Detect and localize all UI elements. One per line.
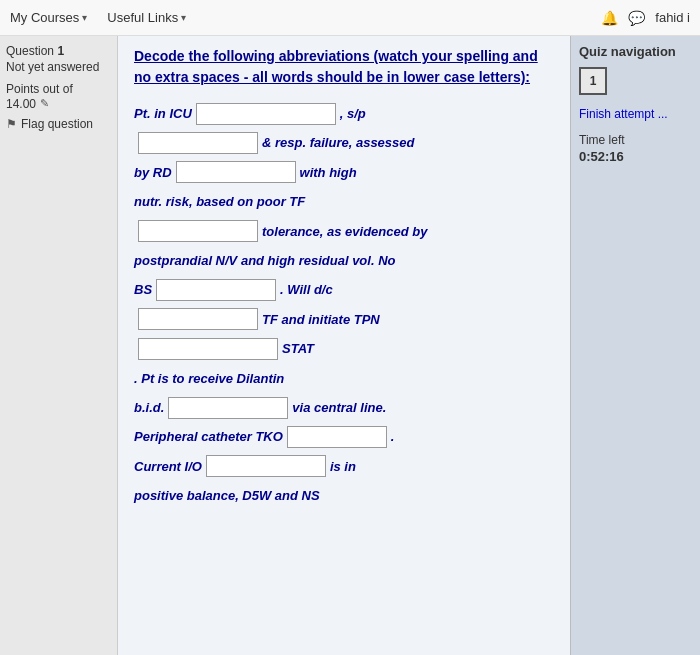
text-4: nutr. risk, based on poor TF bbox=[134, 190, 305, 213]
fill-line-4: nutr. risk, based on poor TF bbox=[134, 190, 554, 213]
input-3[interactable] bbox=[176, 161, 296, 183]
main-layout: Question 1 Not yet answered Points out o… bbox=[0, 36, 700, 655]
text-before-11: b.i.d. bbox=[134, 396, 164, 419]
text-after-12: . bbox=[391, 425, 395, 448]
text-after-2: & resp. failure, assessed bbox=[262, 131, 414, 154]
user-name: fahid i bbox=[655, 10, 690, 25]
fill-line-6: postprandial N/V and high residual vol. … bbox=[134, 249, 554, 272]
text-after-1: , s/p bbox=[340, 102, 366, 125]
text-10: . Pt is to receive Dilantin bbox=[134, 367, 284, 390]
right-panel: Quiz navigation 1 Finish attempt ... Tim… bbox=[570, 36, 700, 655]
fill-line-5: tolerance, as evidenced by bbox=[134, 220, 554, 243]
flag-icon: ⚑ bbox=[6, 117, 17, 131]
text-before-13: Current I/O bbox=[134, 455, 202, 478]
input-5[interactable] bbox=[138, 220, 258, 242]
fill-line-12: Peripheral catheter TKO . bbox=[134, 425, 554, 448]
text-after-9: STAT bbox=[282, 337, 314, 360]
fill-line-10: . Pt is to receive Dilantin bbox=[134, 367, 554, 390]
quiz-nav-box-1[interactable]: 1 bbox=[579, 67, 607, 95]
fill-line-2: & resp. failure, assessed bbox=[134, 131, 554, 154]
text-6: postprandial N/V and high residual vol. … bbox=[134, 249, 395, 272]
my-courses-label: My Courses bbox=[10, 10, 79, 25]
input-1[interactable] bbox=[196, 103, 336, 125]
my-courses-chevron: ▾ bbox=[82, 12, 87, 23]
sidebar: Question 1 Not yet answered Points out o… bbox=[0, 36, 118, 655]
useful-links-label: Useful Links bbox=[107, 10, 178, 25]
text-before-7: BS bbox=[134, 278, 152, 301]
text-after-7: . Will d/c bbox=[280, 278, 333, 301]
navbar-left: My Courses ▾ Useful Links ▾ bbox=[10, 10, 186, 25]
fill-line-3: by RD with high bbox=[134, 161, 554, 184]
finish-attempt-link[interactable]: Finish attempt ... bbox=[579, 107, 692, 121]
fill-line-9: STAT bbox=[134, 337, 554, 360]
input-2[interactable] bbox=[138, 132, 258, 154]
text-after-3: with high bbox=[300, 161, 357, 184]
useful-links-chevron: ▾ bbox=[181, 12, 186, 23]
bell-icon: 🔔 bbox=[601, 10, 618, 26]
useful-links-nav[interactable]: Useful Links ▾ bbox=[107, 10, 186, 25]
content-area: Decode the following abbreviations (watc… bbox=[118, 36, 570, 655]
question-number: 1 bbox=[57, 44, 64, 58]
question-label: Question 1 bbox=[6, 44, 111, 58]
text-14: positive balance, D5W and NS bbox=[134, 484, 320, 507]
input-9[interactable] bbox=[138, 338, 278, 360]
text-after-11: via central line. bbox=[292, 396, 386, 419]
time-left-value: 0:52:16 bbox=[579, 149, 692, 164]
text-before-3: by RD bbox=[134, 161, 172, 184]
text-after-8: TF and initiate TPN bbox=[262, 308, 380, 331]
fill-line-13: Current I/O is in bbox=[134, 455, 554, 478]
edit-icon: ✎ bbox=[40, 97, 49, 110]
input-12[interactable] bbox=[287, 426, 387, 448]
question-instruction: Decode the following abbreviations (watc… bbox=[134, 46, 554, 88]
navbar: My Courses ▾ Useful Links ▾ 🔔 💬 fahid i bbox=[0, 0, 700, 36]
points-value: 14.00 ✎ bbox=[6, 97, 111, 111]
flag-label: Flag question bbox=[21, 117, 93, 131]
fill-line-14: positive balance, D5W and NS bbox=[134, 484, 554, 507]
time-left-label: Time left bbox=[579, 133, 692, 147]
fill-line-8: TF and initiate TPN bbox=[134, 308, 554, 331]
points-label: Points out of bbox=[6, 82, 111, 96]
fill-line-11: b.i.d. via central line. bbox=[134, 396, 554, 419]
quiz-nav-title: Quiz navigation bbox=[579, 44, 692, 59]
flag-section[interactable]: ⚑ Flag question bbox=[6, 117, 111, 131]
my-courses-nav[interactable]: My Courses ▾ bbox=[10, 10, 87, 25]
input-11[interactable] bbox=[168, 397, 288, 419]
input-13[interactable] bbox=[206, 455, 326, 477]
text-before-1: Pt. in ICU bbox=[134, 102, 192, 125]
text-after-13: is in bbox=[330, 455, 356, 478]
text-before-12: Peripheral catheter TKO bbox=[134, 425, 283, 448]
input-7[interactable] bbox=[156, 279, 276, 301]
chat-icon: 💬 bbox=[628, 10, 645, 26]
text-after-5: tolerance, as evidenced by bbox=[262, 220, 427, 243]
input-8[interactable] bbox=[138, 308, 258, 330]
fill-line-7: BS . Will d/c bbox=[134, 278, 554, 301]
fill-line-1: Pt. in ICU , s/p bbox=[134, 102, 554, 125]
navbar-right: 🔔 💬 fahid i bbox=[601, 10, 690, 26]
status-text: Not yet answered bbox=[6, 60, 111, 76]
